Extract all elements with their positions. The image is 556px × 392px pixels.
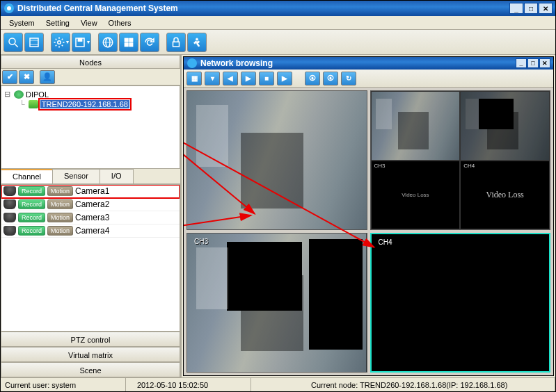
camera-name: Camera3 (75, 213, 109, 222)
motion-badge: Motion (47, 199, 73, 209)
globe-icon (102, 36, 114, 49)
refresh-button[interactable] (140, 33, 159, 52)
layout-button[interactable]: ▦ (186, 72, 202, 85)
inner-close-button[interactable]: ✕ (539, 58, 550, 68)
tree-child-label: TREND260-192.168.1.68 (40, 100, 129, 108)
video-cell-1[interactable] (186, 90, 367, 230)
status-user: Current user: system (1, 378, 126, 391)
nodes-header: Nodes (1, 55, 180, 69)
uncheck-button[interactable]: ✖ (19, 70, 34, 84)
sub-ch-label: CH4 (463, 163, 475, 169)
scene-button[interactable]: Scene (1, 362, 180, 377)
snapshot-button[interactable]: ⦿ (305, 72, 320, 85)
camera-row[interactable]: Record Motion Camera4 (1, 224, 180, 238)
search-button[interactable] (3, 33, 23, 52)
menu-others[interactable]: Others (103, 17, 137, 28)
camera-row[interactable]: Record Motion Camera2 (1, 198, 180, 211)
close-button[interactable]: ✕ (539, 3, 553, 14)
virtual-matrix-button[interactable]: Virtual matrix (1, 347, 180, 362)
subcell-1[interactable] (371, 91, 461, 161)
video-cell-3[interactable]: CH3 (186, 233, 367, 373)
film-icon (28, 36, 40, 49)
person-button[interactable]: 👤 (40, 70, 55, 84)
grid-icon (122, 36, 135, 49)
svg-point-7 (57, 40, 61, 44)
svg-line-3 (15, 44, 18, 47)
left-tabs: Channel Sensor I/O (1, 169, 180, 184)
video-cell-2[interactable]: CH3Video Loss CH4Video Loss (370, 90, 551, 230)
inner-titlebar[interactable]: Network browsing _ □ ✕ (184, 57, 553, 70)
camera-row[interactable]: Record Motion Camera1 (1, 185, 180, 198)
camera-name: Camera2 (75, 199, 109, 209)
menu-system[interactable]: System (3, 17, 40, 28)
status-time: 2012-05-10 15:02:50 (133, 378, 251, 391)
camera-icon (3, 226, 16, 236)
app-icon (3, 3, 15, 14)
inner-app-icon (186, 58, 198, 69)
check-button[interactable]: ✔ (2, 70, 17, 84)
maximize-button[interactable]: □ (524, 3, 538, 14)
record-badge: Record (18, 199, 45, 209)
film-button[interactable] (24, 33, 44, 52)
video-feed (187, 234, 367, 372)
save-button[interactable] (72, 33, 91, 52)
main-toolbar (1, 30, 555, 55)
tab-channel[interactable]: Channel (1, 169, 53, 183)
camera-list[interactable]: Record Motion Camera1 Record Motion Came… (1, 184, 180, 332)
svg-rect-9 (78, 38, 82, 42)
globe-button[interactable] (98, 33, 118, 52)
tab-sensor[interactable]: Sensor (52, 169, 100, 183)
search-icon (7, 36, 19, 49)
video-cell-4[interactable]: CH4 (370, 233, 551, 373)
inner-title: Network browsing (200, 58, 516, 68)
prev-button[interactable]: ◀ (223, 72, 238, 85)
play-button[interactable]: ▶ (241, 72, 256, 85)
gear-button[interactable] (51, 33, 70, 52)
svg-rect-15 (125, 42, 128, 46)
record-badge: Record (18, 226, 45, 236)
channel-label: CH3 (194, 238, 208, 245)
lock-button[interactable] (166, 33, 186, 52)
left-panel: Nodes ✔ ✖ 👤 DIPOL TREND260-192.168.1.68 … (1, 55, 182, 377)
next-button[interactable]: ▶ (277, 72, 292, 85)
minimize-button[interactable]: _ (509, 3, 523, 14)
inner-maximize-button[interactable]: □ (527, 58, 539, 68)
svg-point-1 (7, 6, 11, 10)
svg-point-2 (9, 38, 15, 44)
status-node: Current node: TREND260-192.168.1.68(IP: … (307, 378, 555, 391)
running-man-icon (191, 36, 203, 49)
titlebar[interactable]: Distributed Central Management System _ … (1, 1, 555, 16)
subcell-4[interactable]: CH4Video Loss (460, 161, 550, 230)
cycle-button[interactable]: ↻ (341, 72, 356, 85)
device-tree[interactable]: DIPOL TREND260-192.168.1.68 (1, 85, 180, 169)
svg-rect-4 (30, 38, 38, 47)
motion-badge: Motion (47, 226, 73, 236)
camera-icon (3, 199, 16, 209)
camera-name: Camera4 (75, 226, 109, 236)
user-button[interactable] (187, 33, 207, 52)
tree-child[interactable]: TREND260-192.168.1.68 (19, 99, 177, 109)
camera-icon (3, 186, 16, 196)
subcell-2[interactable] (460, 91, 550, 161)
menubar: System Setting View Others (1, 16, 555, 30)
svg-rect-14 (129, 38, 133, 42)
record-badge: Record (18, 213, 45, 222)
svg-rect-17 (173, 42, 180, 47)
stop-button[interactable]: ■ (259, 72, 274, 85)
grid-button[interactable] (119, 33, 138, 52)
view-toolbar: ▦ ▾ ◀ ▶ ■ ▶ ⦿ ⦿ ↻ (184, 70, 553, 88)
record-button[interactable]: ⦿ (323, 72, 338, 85)
tree-root[interactable]: DIPOL (4, 89, 177, 99)
menu-setting[interactable]: Setting (40, 17, 75, 28)
menu-view[interactable]: View (75, 17, 103, 28)
camera-name: Camera1 (75, 186, 109, 196)
layout-dropdown-button[interactable]: ▾ (205, 72, 220, 85)
subcell-3[interactable]: CH3Video Loss (371, 161, 461, 230)
ptz-button[interactable]: PTZ control (1, 332, 180, 347)
camera-row[interactable]: Record Motion Camera3 (1, 211, 180, 224)
device-icon (29, 100, 38, 108)
video-feed (187, 91, 367, 229)
inner-minimize-button[interactable]: _ (516, 58, 527, 68)
tab-io[interactable]: I/O (100, 169, 134, 183)
motion-badge: Motion (47, 186, 73, 196)
